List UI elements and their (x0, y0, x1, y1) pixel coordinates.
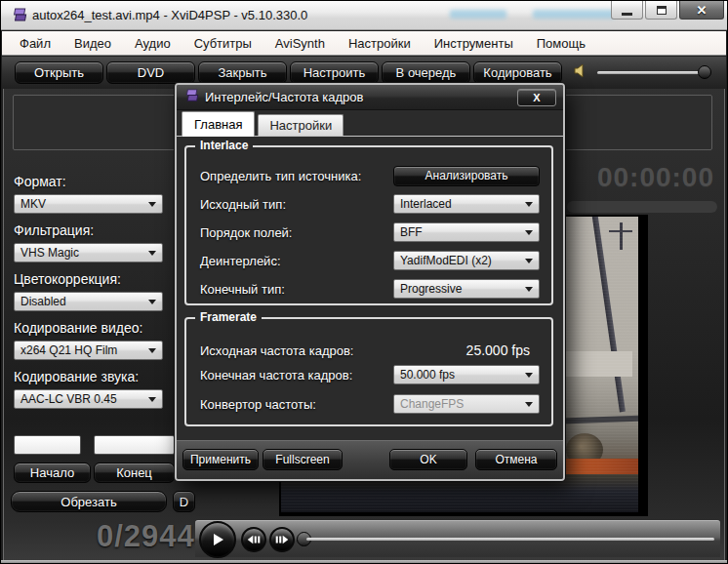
next-frame-button[interactable] (269, 527, 295, 552)
close-icon: ✕ (697, 3, 708, 18)
menu-settings[interactable]: Настройки (348, 36, 411, 51)
target-type-label: Конечный тип: (200, 282, 285, 297)
target-fps-label: Конечная частота кадров: (200, 368, 352, 383)
winch-drum-shape (566, 433, 603, 466)
app-window: autox264_test.avi.mp4 - XviD4PSP - v5.10… (0, 0, 728, 564)
chevron-down-icon (525, 373, 533, 378)
chevron-down-icon (525, 259, 533, 263)
source-type-label: Исходный тип: (200, 197, 286, 212)
previous-frame-button[interactable] (241, 527, 266, 552)
time-display: 00:00:00 (597, 162, 714, 193)
dialog-titlebar: Интерлейс/Частота кадров X (177, 85, 563, 110)
play-button[interactable] (199, 521, 236, 558)
interlace-group-title: Interlace (195, 139, 253, 152)
encode-button[interactable]: Кодировать (473, 61, 562, 84)
dialog-title: Интерлейс/Частота кадров (205, 90, 364, 104)
minimize-icon (622, 13, 632, 16)
glass-reflection (533, 10, 615, 19)
color-correction-dropdown[interactable]: Disabled (14, 292, 163, 311)
queue-button[interactable]: В очередь (382, 61, 470, 84)
fps-converter-dropdown[interactable]: ChangeFPS (393, 394, 540, 414)
step-back-icon (247, 535, 261, 544)
app-icon (11, 7, 27, 27)
video-encoding-label: Кодирование видео: (14, 320, 142, 336)
play-icon (211, 533, 224, 546)
menu-subtitles[interactable]: Субтитры (194, 36, 252, 51)
dialog-icon (183, 88, 199, 106)
source-fps-value: 25.000 fps (466, 342, 530, 358)
trim-start-input[interactable] (14, 435, 81, 455)
open-button[interactable]: Открыть (15, 61, 103, 84)
format-label: Формат: (14, 174, 66, 189)
step-forward-icon (275, 535, 289, 544)
audio-encoding-dropdown[interactable]: AAC-LC VBR 0.45 (14, 389, 163, 409)
preview-top-bar (567, 201, 717, 213)
window-title: autox264_test.avi.mp4 - XviD4PSP - v5.10… (32, 8, 307, 22)
dialog-tabs: Главная Настройки (177, 110, 563, 137)
ok-button[interactable]: OK (389, 449, 467, 470)
trim-end-button[interactable]: Конец (94, 463, 175, 483)
field-order-label: Порядок полей: (200, 225, 293, 240)
target-type-dropdown[interactable]: Progressive (393, 279, 540, 299)
chevron-down-icon (148, 251, 156, 256)
chevron-down-icon (525, 230, 533, 235)
volume-slider-handle[interactable] (698, 65, 711, 79)
configure-button[interactable]: Настроить (290, 61, 379, 84)
menu-video[interactable]: Видео (74, 36, 111, 51)
menu-avisynth[interactable]: AviSynth (275, 36, 325, 51)
target-fps-dropdown[interactable]: 50.000 fps (393, 365, 540, 384)
framerate-group: Framerate Исходная частота кадров: 25.00… (184, 317, 553, 426)
interlace-framerate-dialog: Интерлейс/Частота кадров X Главная Настр… (175, 83, 565, 481)
playback-bar (195, 520, 720, 557)
framerate-group-title: Framerate (195, 310, 262, 324)
audio-encoding-label: Кодирование звука: (14, 369, 139, 384)
dialog-footer: Применить Fullscreen OK Отмена (177, 440, 563, 479)
deinterlace-dropdown[interactable]: YadifModEDI (x2) (393, 251, 540, 270)
chevron-down-icon (525, 202, 533, 207)
menu-help[interactable]: Помощь (537, 36, 586, 51)
tab-main[interactable]: Главная (182, 111, 255, 137)
frame-counter: 0/2944 (97, 519, 195, 554)
format-dropdown[interactable]: MKV (14, 194, 163, 214)
menu-audio[interactable]: Аудио (135, 36, 171, 51)
dvd-button[interactable]: DVD (106, 61, 195, 84)
antenna-shape (620, 222, 623, 250)
cut-button[interactable]: Обрезать (11, 491, 167, 512)
chevron-down-icon (525, 287, 533, 292)
analyze-button[interactable]: Анализировать (393, 166, 540, 186)
close-button[interactable]: ✕ (679, 1, 724, 20)
interlace-group: Interlace Определить тип источника: Анал… (184, 145, 553, 305)
field-order-dropdown[interactable]: BFF (393, 222, 540, 242)
deinterlace-label: Деинтерлейс: (200, 254, 281, 268)
source-type-dropdown[interactable]: Interlaced (393, 194, 540, 214)
volume-slider[interactable] (597, 71, 708, 74)
trim-end-input[interactable] (94, 435, 175, 455)
crane-shape (591, 217, 626, 412)
menu-file[interactable]: Файл (20, 36, 51, 51)
speaker-icon[interactable] (574, 63, 588, 82)
menu-tools[interactable]: Инструменты (434, 36, 513, 51)
source-fps-label: Исходная частота кадров: (200, 343, 353, 358)
antenna-shape (609, 230, 632, 232)
chevron-down-icon (148, 300, 156, 304)
fullscreen-button[interactable]: Fullscreen (263, 449, 343, 470)
dialog-close-button[interactable]: X (517, 89, 556, 106)
close-icon: X (533, 92, 540, 103)
filtering-label: Фильтрация: (14, 222, 94, 238)
chevron-down-icon (148, 202, 156, 207)
cancel-button[interactable]: Отмена (475, 449, 557, 470)
chevron-down-icon (148, 397, 156, 402)
d-button[interactable]: D (173, 491, 195, 512)
tab-settings[interactable]: Настройки (258, 114, 344, 136)
maximize-button[interactable] (645, 1, 677, 20)
window-bottom-edge (1, 560, 727, 563)
seek-slider[interactable] (306, 538, 714, 541)
minimize-button[interactable] (611, 1, 643, 20)
video-encoding-dropdown[interactable]: x264 Q21 HQ Film (14, 341, 163, 360)
apply-button[interactable]: Применить (182, 449, 259, 470)
close-file-button[interactable]: Закрыть (198, 61, 287, 84)
trim-start-button[interactable]: Начало (14, 463, 91, 483)
glass-reflection (450, 10, 506, 19)
filtering-dropdown[interactable]: VHS Magic (14, 243, 163, 262)
menu-bar: Файл Видео Аудио Субтитры AviSynth Настр… (2, 31, 726, 56)
